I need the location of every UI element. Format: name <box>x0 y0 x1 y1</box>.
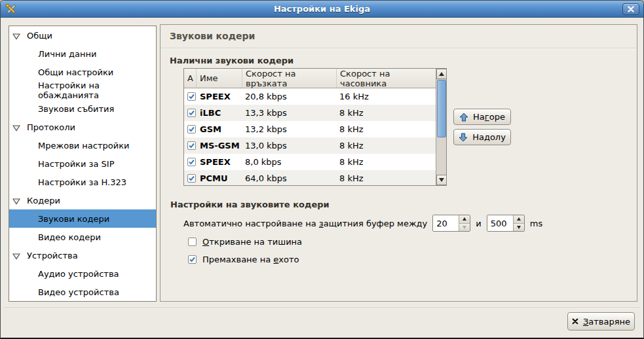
table-row[interactable]: GSM 13,2 kbps 8 kHz <box>184 121 446 137</box>
table-row[interactable]: SPEEX 8,0 kbps 8 kHz <box>184 154 446 170</box>
expander-icon[interactable] <box>12 124 20 130</box>
sidebar-item-devices[interactable]: Устройства <box>9 246 156 264</box>
sidebar-item-call-options[interactable]: Настройки на обажданията <box>9 81 156 99</box>
close-button[interactable]: Затваряне <box>567 312 635 330</box>
check-icon <box>188 142 195 149</box>
check-icon <box>188 109 195 116</box>
expander-icon[interactable] <box>12 197 20 204</box>
echo-cancellation-row[interactable]: Премахване на ехото <box>188 255 299 264</box>
codec-enabled-checkbox[interactable] <box>187 174 196 183</box>
table-header: А Име Скорост на връзката Скорост на час… <box>184 69 446 88</box>
column-header-clock[interactable]: Скорост на часовника <box>337 69 436 88</box>
codec-enabled-checkbox[interactable] <box>187 92 196 101</box>
arrow-up-icon <box>459 113 468 122</box>
buffer-min-spinner[interactable]: 20 <box>432 215 470 232</box>
connector-label: и <box>476 219 481 228</box>
column-header-active[interactable]: А <box>184 69 197 88</box>
buffer-max-spinner[interactable]: 500 <box>487 215 525 232</box>
sidebar-item-network-settings[interactable]: Мрежови настройки <box>9 136 156 154</box>
jitter-buffer-label: Автоматично настройване на защитния буфе… <box>183 219 427 228</box>
buffer-min-value[interactable]: 20 <box>433 215 459 231</box>
codec-table: А Име Скорост на връзката Скорост на час… <box>183 68 447 186</box>
expander-icon[interactable] <box>12 252 20 259</box>
spin-down-icon[interactable] <box>514 223 524 232</box>
jitter-buffer-row: Автоматично настройване на защитния буфе… <box>183 215 542 232</box>
footer-separator <box>3 308 641 309</box>
sidebar-item-video-codecs[interactable]: Видео кодери <box>9 228 156 246</box>
codec-enabled-checkbox[interactable] <box>187 158 196 166</box>
sidebar-item-personal-data[interactable]: Лични данни <box>9 45 156 63</box>
close-icon <box>628 6 634 12</box>
check-icon <box>188 126 195 133</box>
sidebar-item-protocols[interactable]: Протоколи <box>9 118 156 136</box>
table-body: SPEEX 20,8 kbps 16 kHz iLBC 13,3 kbps 8 … <box>184 88 446 186</box>
close-x-icon <box>572 317 578 325</box>
codec-enabled-checkbox[interactable] <box>187 109 196 117</box>
header-separator <box>161 48 636 49</box>
titlebar[interactable]: Настройки на Ekiga <box>1 1 643 18</box>
scroll-down-icon[interactable] <box>436 175 447 185</box>
arrow-down-icon <box>459 133 468 142</box>
table-scrollbar[interactable] <box>436 69 446 185</box>
check-icon <box>188 93 195 100</box>
move-down-button[interactable]: Надолу <box>453 129 511 145</box>
table-row[interactable]: PCMU 64,0 kbps 8 kHz <box>184 170 446 186</box>
sidebar-item-sound-events[interactable]: Звукови събития <box>9 99 156 118</box>
silence-detection-checkbox[interactable] <box>188 238 197 246</box>
available-codecs-section-label: Налични звукови кодери <box>170 56 294 65</box>
preferences-window: Настройки на Ekiga Общи Лични данни Общи… <box>0 0 644 339</box>
window-title: Настройки на Ekiga <box>1 4 643 14</box>
check-icon <box>189 256 196 263</box>
main-panel: Звукови кодери Налични звукови кодери А … <box>160 24 637 302</box>
silence-detection-label: Откриване на тишина <box>202 237 302 247</box>
check-icon <box>188 158 195 166</box>
column-header-name[interactable]: Име <box>197 69 242 88</box>
spin-down-icon[interactable] <box>459 223 470 232</box>
scroll-up-icon[interactable] <box>436 69 447 79</box>
echo-cancellation-label: Премахване на ехото <box>202 255 299 264</box>
spin-up-icon[interactable] <box>459 215 470 223</box>
table-row[interactable]: iLBC 13,3 kbps 8 kHz <box>184 105 446 121</box>
sidebar-item-video-devices[interactable]: Видео устройства <box>9 283 156 301</box>
window-close-button[interactable] <box>622 3 639 15</box>
sidebar-item-general-settings[interactable]: Общи настройки <box>9 63 156 81</box>
move-up-button[interactable]: Нагоре <box>453 109 511 125</box>
codec-settings-section-label: Настройки на звуковите кодери <box>170 200 330 209</box>
sidebar-item-codecs[interactable]: Кодери <box>9 191 156 209</box>
sidebar-item-h323-settings[interactable]: Настройки за H.323 <box>9 173 156 191</box>
codec-enabled-checkbox[interactable] <box>187 125 196 134</box>
codec-enabled-checkbox[interactable] <box>187 141 196 150</box>
silence-detection-row[interactable]: Откриване на тишина <box>188 237 302 247</box>
echo-cancellation-checkbox[interactable] <box>188 255 197 264</box>
sidebar-tree: Общи Лични данни Общи настройки Настройк… <box>9 26 157 302</box>
table-row[interactable]: SPEEX 20,8 kbps 16 kHz <box>184 88 446 105</box>
sidebar-item-sip-settings[interactable]: Настройки за SIP <box>9 154 156 173</box>
table-row[interactable]: MS-GSM 13,0 kbps 8 kHz <box>184 137 446 154</box>
scrollbar-thumb[interactable] <box>437 80 446 137</box>
sidebar-item-audio-codecs[interactable]: Звукови кодери <box>9 209 156 228</box>
column-header-bitrate[interactable]: Скорост на връзката <box>242 69 337 88</box>
page-title: Звукови кодери <box>170 31 255 41</box>
sidebar-item-audio-devices[interactable]: Аудио устройства <box>9 264 156 283</box>
unit-label: ms <box>530 219 542 228</box>
spin-up-icon[interactable] <box>514 215 524 223</box>
expander-icon[interactable] <box>12 32 20 39</box>
sidebar-item-general[interactable]: Общи <box>9 26 156 45</box>
check-icon <box>188 175 195 182</box>
buffer-max-value[interactable]: 500 <box>487 215 513 231</box>
tools-icon <box>5 3 18 16</box>
